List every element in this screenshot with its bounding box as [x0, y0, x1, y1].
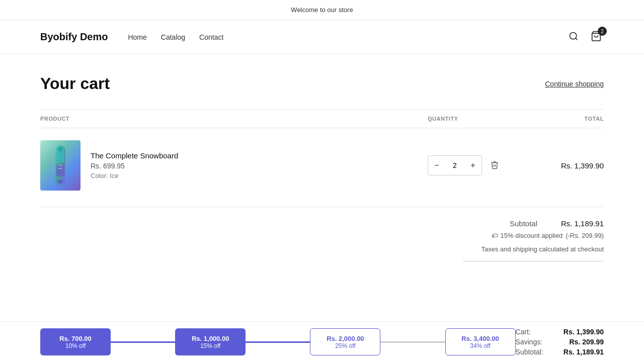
top-banner: Welcome to our store	[0, 0, 644, 20]
tier-line-2	[246, 341, 310, 343]
savings-value: Rs. 209.99	[570, 338, 604, 346]
search-icon	[569, 31, 579, 41]
cart-title: Your cart	[40, 74, 110, 93]
subtotal2-row: Subtotal: Rs. 1,189.91	[516, 348, 604, 356]
nav-contact[interactable]: Contact	[199, 33, 223, 41]
main-nav: Home Catalog Contact	[128, 33, 567, 41]
discount-value: (-Rs. 209.99)	[566, 232, 604, 239]
cart-header: Your cart Continue shopping	[40, 74, 604, 93]
product-image	[40, 140, 80, 191]
taxes-note: Taxes and shipping calculated at checkou…	[481, 245, 604, 253]
quantity-control: − +	[428, 155, 482, 175]
tier-3: Rs. 2,000.00 25% off	[310, 328, 380, 355]
nav-catalog[interactable]: Catalog	[161, 33, 185, 41]
snowboard-illustration	[51, 143, 69, 188]
cart-item-product: The Complete Snowboard Rs. 699.95 Color:…	[40, 140, 428, 191]
col-header-product: PRODUCT	[40, 116, 428, 122]
cart-value: Rs. 1,399.90	[564, 328, 604, 336]
checkout-divider	[463, 261, 604, 261]
tier-1: Rs. 700.00 10% off	[40, 328, 111, 355]
tier-2-discount: 15% off	[200, 342, 220, 349]
product-variant: Color: Ice	[91, 172, 178, 179]
svg-point-0	[570, 33, 577, 39]
tier-2: Rs. 1,000.00 15% off	[175, 328, 246, 355]
subtotal-label: Subtotal	[510, 219, 537, 228]
tiers-container: Rs. 700.00 10% off Rs. 1,000.00 15% off …	[40, 328, 516, 355]
delete-item-button[interactable]	[488, 158, 501, 173]
trash-icon	[490, 160, 499, 169]
tier-4-amount: Rs. 3,400.00	[461, 335, 499, 342]
logo[interactable]: Byobify Demo	[40, 31, 108, 43]
tier-3-amount: Rs. 2,000.00	[327, 335, 364, 342]
main-content: Your cart Continue shopping PRODUCT QUAN…	[0, 54, 644, 362]
cart-summary: Subtotal Rs. 1,189.91 🏷 15% discount app…	[40, 219, 604, 265]
cart-label: Cart:	[516, 328, 531, 336]
product-info: The Complete Snowboard Rs. 699.95 Color:…	[91, 151, 178, 179]
savings-row: Savings: Rs. 209.99	[516, 338, 604, 346]
discount-line: 🏷 15% discount applied (-Rs. 209.99)	[492, 232, 604, 239]
search-button[interactable]	[567, 29, 581, 45]
subtotal-value: Rs. 1,189.91	[553, 219, 604, 228]
cart-item-quantity: − +	[428, 155, 528, 175]
subtotal2-value: Rs. 1,189.91	[564, 348, 604, 356]
continue-shopping-button[interactable]: Continue shopping	[545, 80, 604, 88]
cart-badge: 2	[598, 27, 607, 36]
quantity-increase-button[interactable]: +	[464, 156, 481, 175]
subtotal2-label: Subtotal:	[516, 348, 543, 356]
tier-1-amount: Rs. 700.00	[59, 335, 92, 342]
header: Byobify Demo Home Catalog Contact 2	[0, 20, 644, 54]
header-icons: 2	[567, 29, 604, 45]
tier-2-amount: Rs. 1,000.00	[192, 335, 229, 342]
product-price: Rs. 699.95	[91, 162, 178, 170]
svg-point-7	[57, 179, 63, 184]
tier-1-discount: 10% off	[65, 342, 86, 349]
cart-item-total: Rs. 1,399.90	[528, 161, 604, 170]
cart-button[interactable]: 2	[589, 29, 604, 45]
col-header-total: TOTAL	[528, 116, 604, 122]
svg-point-6	[58, 147, 62, 152]
banner-text: Welcome to our store	[291, 6, 353, 14]
tier-3-discount: 25% off	[335, 342, 355, 349]
cart-item: The Complete Snowboard Rs. 699.95 Color:…	[40, 128, 604, 203]
subtotal-row: Subtotal Rs. 1,189.91	[510, 219, 604, 228]
quantity-decrease-button[interactable]: −	[428, 156, 445, 175]
svg-line-1	[576, 38, 578, 40]
savings-label: Savings:	[516, 338, 543, 346]
product-name: The Complete Snowboard	[91, 151, 178, 160]
tier-line-1	[111, 341, 175, 343]
col-header-quantity: QUANTITY	[428, 116, 528, 122]
tier-line-3	[380, 341, 445, 343]
bottom-bar: Rs. 700.00 10% off Rs. 1,000.00 15% off …	[0, 321, 644, 362]
discount-label: 15% discount applied	[501, 232, 563, 239]
tier-4: Rs. 3,400.00 34% off	[445, 328, 516, 355]
nav-home[interactable]: Home	[128, 33, 146, 41]
cart-total-row: Cart: Rs. 1,399.90	[516, 328, 604, 336]
cart-table-header: PRODUCT QUANTITY TOTAL	[40, 109, 604, 128]
svg-rect-5	[56, 164, 64, 176]
tier-4-discount: 34% off	[470, 342, 490, 349]
right-summary: Cart: Rs. 1,399.90 Savings: Rs. 209.99 S…	[516, 328, 604, 356]
cart-divider	[40, 207, 604, 207]
quantity-input[interactable]	[445, 161, 464, 169]
discount-tag-icon: 🏷	[492, 232, 498, 239]
